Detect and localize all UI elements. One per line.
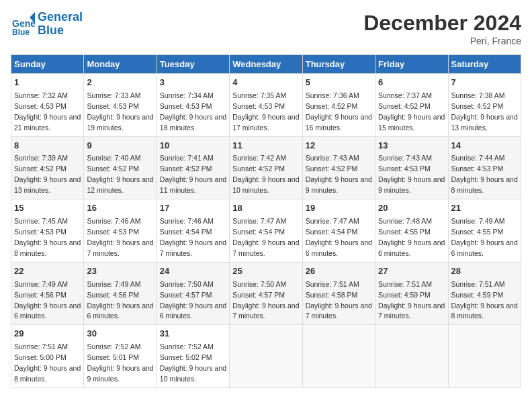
calendar-week-row: 1 Sunrise: 7:32 AMSunset: 4:53 PMDayligh… bbox=[11, 74, 521, 137]
weekday-header: Wednesday bbox=[230, 55, 302, 74]
day-info: Sunrise: 7:51 AMSunset: 4:59 PMDaylight:… bbox=[451, 280, 518, 320]
weekday-header: Tuesday bbox=[157, 55, 229, 74]
day-number: 21 bbox=[451, 202, 518, 215]
day-info: Sunrise: 7:49 AMSunset: 4:56 PMDaylight:… bbox=[87, 280, 153, 320]
logo-line2: Blue bbox=[38, 24, 83, 38]
day-number: 10 bbox=[160, 140, 226, 152]
calendar-day-cell: 7 Sunrise: 7:38 AMSunset: 4:52 PMDayligh… bbox=[448, 74, 521, 137]
day-number: 12 bbox=[306, 140, 372, 152]
day-info: Sunrise: 7:48 AMSunset: 4:55 PMDaylight:… bbox=[378, 217, 445, 257]
location: Peri, France bbox=[363, 36, 521, 46]
day-info: Sunrise: 7:49 AMSunset: 4:55 PMDaylight:… bbox=[451, 217, 518, 257]
calendar-day-cell: 30 Sunrise: 7:52 AMSunset: 5:01 PMDaylig… bbox=[84, 325, 157, 388]
day-number: 17 bbox=[160, 202, 226, 215]
calendar-day-cell: 22 Sunrise: 7:49 AMSunset: 4:56 PMDaylig… bbox=[11, 262, 84, 325]
calendar-day-cell: 16 Sunrise: 7:46 AMSunset: 4:53 PMDaylig… bbox=[84, 199, 157, 263]
day-info: Sunrise: 7:37 AMSunset: 4:52 PMDaylight:… bbox=[378, 91, 445, 132]
day-info: Sunrise: 7:39 AMSunset: 4:52 PMDaylight:… bbox=[14, 154, 81, 194]
day-number: 23 bbox=[87, 265, 153, 278]
day-number: 5 bbox=[306, 77, 372, 89]
calendar-day-cell: 31 Sunrise: 7:52 AMSunset: 5:02 PMDaylig… bbox=[157, 325, 229, 388]
logo: General Blue General Blue bbox=[11, 11, 83, 38]
calendar-week-row: 22 Sunrise: 7:49 AMSunset: 4:56 PMDaylig… bbox=[11, 262, 521, 325]
day-number: 13 bbox=[378, 140, 445, 152]
calendar-week-row: 29 Sunrise: 7:51 AMSunset: 5:00 PMDaylig… bbox=[11, 325, 521, 388]
title-block: December 2024 Peri, France bbox=[363, 11, 521, 46]
calendar-day-cell: 9 Sunrise: 7:40 AMSunset: 4:52 PMDayligh… bbox=[84, 136, 157, 199]
page-header: General Blue General Blue December 2024 … bbox=[11, 11, 521, 46]
day-number: 26 bbox=[306, 265, 372, 278]
day-number: 22 bbox=[14, 265, 81, 278]
calendar-day-cell bbox=[375, 325, 448, 388]
day-info: Sunrise: 7:51 AMSunset: 4:58 PMDaylight:… bbox=[306, 280, 372, 320]
calendar-day-cell: 11 Sunrise: 7:42 AMSunset: 4:52 PMDaylig… bbox=[230, 136, 302, 199]
calendar-day-cell: 12 Sunrise: 7:43 AMSunset: 4:52 PMDaylig… bbox=[302, 136, 375, 199]
calendar-day-cell: 19 Sunrise: 7:47 AMSunset: 4:54 PMDaylig… bbox=[302, 199, 375, 263]
day-number: 29 bbox=[14, 328, 81, 340]
day-number: 24 bbox=[160, 265, 226, 278]
day-info: Sunrise: 7:36 AMSunset: 4:52 PMDaylight:… bbox=[306, 91, 372, 132]
calendar-day-cell: 26 Sunrise: 7:51 AMSunset: 4:58 PMDaylig… bbox=[302, 262, 375, 325]
calendar-week-row: 8 Sunrise: 7:39 AMSunset: 4:52 PMDayligh… bbox=[11, 136, 521, 199]
day-number: 14 bbox=[451, 140, 518, 152]
day-info: Sunrise: 7:50 AMSunset: 4:57 PMDaylight:… bbox=[160, 280, 226, 320]
day-info: Sunrise: 7:52 AMSunset: 5:01 PMDaylight:… bbox=[87, 342, 153, 383]
calendar-day-cell: 23 Sunrise: 7:49 AMSunset: 4:56 PMDaylig… bbox=[84, 262, 157, 325]
day-number: 3 bbox=[160, 77, 226, 89]
day-info: Sunrise: 7:51 AMSunset: 4:59 PMDaylight:… bbox=[378, 280, 445, 320]
day-info: Sunrise: 7:42 AMSunset: 4:52 PMDaylight:… bbox=[232, 154, 299, 194]
calendar-day-cell: 17 Sunrise: 7:46 AMSunset: 4:54 PMDaylig… bbox=[157, 199, 229, 263]
day-number: 8 bbox=[14, 140, 81, 152]
day-info: Sunrise: 7:44 AMSunset: 4:53 PMDaylight:… bbox=[451, 154, 518, 194]
calendar-day-cell: 27 Sunrise: 7:51 AMSunset: 4:59 PMDaylig… bbox=[375, 262, 448, 325]
calendar-day-cell: 14 Sunrise: 7:44 AMSunset: 4:53 PMDaylig… bbox=[448, 136, 521, 199]
calendar-table: SundayMondayTuesdayWednesdayThursdayFrid… bbox=[11, 54, 521, 388]
calendar-day-cell: 25 Sunrise: 7:50 AMSunset: 4:57 PMDaylig… bbox=[230, 262, 302, 325]
weekday-header: Sunday bbox=[11, 55, 84, 74]
day-info: Sunrise: 7:41 AMSunset: 4:52 PMDaylight:… bbox=[160, 154, 226, 194]
day-number: 9 bbox=[87, 140, 153, 152]
day-info: Sunrise: 7:40 AMSunset: 4:52 PMDaylight:… bbox=[87, 154, 153, 194]
weekday-header: Friday bbox=[375, 55, 448, 74]
day-number: 20 bbox=[378, 202, 445, 215]
day-number: 30 bbox=[87, 328, 153, 340]
day-info: Sunrise: 7:51 AMSunset: 5:00 PMDaylight:… bbox=[14, 342, 81, 383]
day-info: Sunrise: 7:52 AMSunset: 5:02 PMDaylight:… bbox=[160, 342, 226, 383]
svg-text:Blue: Blue bbox=[12, 28, 30, 36]
day-number: 2 bbox=[87, 77, 153, 89]
day-info: Sunrise: 7:46 AMSunset: 4:53 PMDaylight:… bbox=[87, 217, 153, 257]
logo-line1: General bbox=[38, 11, 83, 24]
day-info: Sunrise: 7:50 AMSunset: 4:57 PMDaylight:… bbox=[232, 280, 299, 320]
weekday-header-row: SundayMondayTuesdayWednesdayThursdayFrid… bbox=[11, 55, 521, 74]
day-number: 25 bbox=[232, 265, 299, 278]
calendar-day-cell: 4 Sunrise: 7:35 AMSunset: 4:53 PMDayligh… bbox=[230, 74, 302, 137]
day-info: Sunrise: 7:49 AMSunset: 4:56 PMDaylight:… bbox=[14, 280, 81, 320]
day-number: 19 bbox=[306, 202, 372, 215]
day-info: Sunrise: 7:32 AMSunset: 4:53 PMDaylight:… bbox=[14, 91, 81, 132]
calendar-day-cell: 8 Sunrise: 7:39 AMSunset: 4:52 PMDayligh… bbox=[11, 136, 84, 199]
day-number: 6 bbox=[378, 77, 445, 89]
weekday-header: Thursday bbox=[302, 55, 375, 74]
calendar-day-cell: 10 Sunrise: 7:41 AMSunset: 4:52 PMDaylig… bbox=[157, 136, 229, 199]
month-title: December 2024 bbox=[363, 11, 521, 36]
calendar-day-cell: 28 Sunrise: 7:51 AMSunset: 4:59 PMDaylig… bbox=[448, 262, 521, 325]
day-number: 31 bbox=[160, 328, 226, 340]
calendar-day-cell: 2 Sunrise: 7:33 AMSunset: 4:53 PMDayligh… bbox=[84, 74, 157, 137]
calendar-day-cell: 13 Sunrise: 7:43 AMSunset: 4:53 PMDaylig… bbox=[375, 136, 448, 199]
day-number: 11 bbox=[232, 140, 299, 152]
calendar-day-cell bbox=[448, 325, 521, 388]
calendar-day-cell: 29 Sunrise: 7:51 AMSunset: 5:00 PMDaylig… bbox=[11, 325, 84, 388]
calendar-day-cell: 21 Sunrise: 7:49 AMSunset: 4:55 PMDaylig… bbox=[448, 199, 521, 263]
day-number: 1 bbox=[14, 77, 81, 89]
calendar-day-cell bbox=[230, 325, 302, 388]
calendar-day-cell: 15 Sunrise: 7:45 AMSunset: 4:53 PMDaylig… bbox=[11, 199, 84, 263]
day-info: Sunrise: 7:43 AMSunset: 4:53 PMDaylight:… bbox=[378, 154, 445, 194]
weekday-header: Saturday bbox=[448, 55, 521, 74]
weekday-header: Monday bbox=[84, 55, 157, 74]
day-info: Sunrise: 7:46 AMSunset: 4:54 PMDaylight:… bbox=[160, 217, 226, 257]
calendar-week-row: 15 Sunrise: 7:45 AMSunset: 4:53 PMDaylig… bbox=[11, 199, 521, 263]
day-info: Sunrise: 7:34 AMSunset: 4:53 PMDaylight:… bbox=[160, 91, 226, 132]
calendar-day-cell: 6 Sunrise: 7:37 AMSunset: 4:52 PMDayligh… bbox=[375, 74, 448, 137]
calendar-day-cell: 24 Sunrise: 7:50 AMSunset: 4:57 PMDaylig… bbox=[157, 262, 229, 325]
calendar-day-cell: 5 Sunrise: 7:36 AMSunset: 4:52 PMDayligh… bbox=[302, 74, 375, 137]
